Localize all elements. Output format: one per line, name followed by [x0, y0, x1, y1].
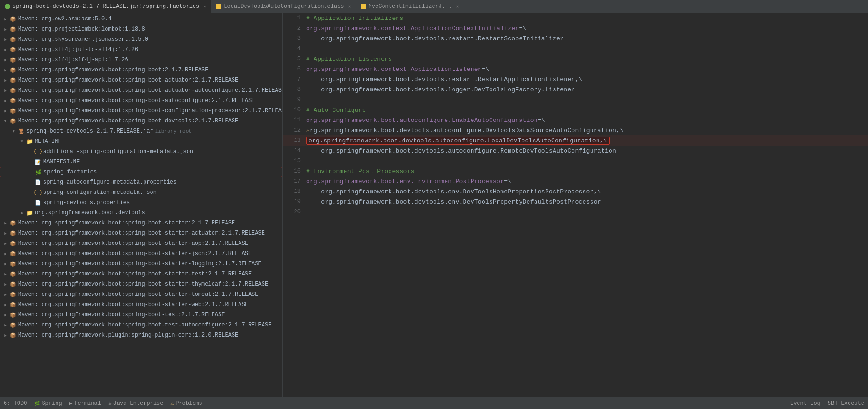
tree-item-27[interactable]: ▶📦Maven: org.springframework.boot:spring… — [0, 289, 282, 300]
tree-label-9: Maven: org.springframework.boot:spring-b… — [18, 108, 283, 114]
tree-arrow-8[interactable]: ▶ — [2, 97, 9, 104]
file-tree[interactable]: ▶📦Maven: org.ow2.asm:asm:5.0.4▶📦Maven: o… — [0, 13, 283, 397]
status-spring[interactable]: 🌿 Spring — [34, 400, 62, 407]
tab-spring-factories[interactable]: spring-boot-devtools-2.1.7.RELEASE.jar!/… — [0, 0, 211, 13]
tree-item-10[interactable]: ▶📦Maven: org.springframework.boot:spring… — [0, 116, 282, 126]
main-area: ▶📦Maven: org.ow2.asm:asm:5.0.4▶📦Maven: o… — [0, 13, 868, 397]
tree-item-6[interactable]: ▶📦Maven: org.springframework.boot:spring… — [0, 75, 282, 85]
tree-item-9[interactable]: ▶📦Maven: org.springframework.boot:spring… — [0, 106, 282, 116]
tree-arrow-27[interactable]: ▶ — [2, 291, 9, 298]
tree-arrow-20[interactable]: ▶ — [2, 219, 9, 227]
tree-icon-25: 📦 — [9, 270, 17, 278]
tree-arrow-31[interactable]: ▶ — [2, 332, 9, 339]
problems-icon: ⚠ — [171, 400, 174, 406]
tree-item-21[interactable]: ▶📦Maven: org.springframework.boot:spring… — [0, 228, 282, 238]
tree-arrow-11[interactable]: ▶ — [10, 128, 18, 135]
code-line-1: 1# Application Initializers — [283, 13, 868, 23]
tree-suffix-11: library root — [155, 128, 192, 134]
line-number-3: 3 — [283, 35, 306, 42]
tree-arrow-24[interactable]: ▶ — [2, 260, 9, 268]
status-event-log[interactable]: Event Log — [790, 400, 820, 407]
tree-arrow-25[interactable]: ▶ — [2, 270, 9, 278]
tree-icon-28: 📦 — [9, 301, 17, 308]
tree-item-16[interactable]: ▶📄spring-autoconfigure-metadata.properti… — [0, 177, 282, 187]
line-content-7: org.springframework.boot.devtools.restar… — [306, 76, 868, 83]
tree-item-26[interactable]: ▶📦Maven: org.springframework.boot:spring… — [0, 279, 282, 289]
tree-arrow-23[interactable]: ▶ — [2, 250, 9, 257]
tree-item-14[interactable]: ▶📝MANIFEST.MF — [0, 157, 282, 167]
tab-close-spring-factories[interactable]: ✕ — [203, 4, 206, 9]
tree-item-4[interactable]: ▶📦Maven: org.slf4j:slf4j-api:1.7.26 — [0, 55, 282, 65]
tree-icon-6: 📦 — [9, 77, 17, 84]
status-java-enterprise[interactable]: ☕ Java Enterprise — [108, 400, 164, 407]
line-content-3: org.springframework.boot.devtools.restar… — [306, 35, 868, 42]
tree-item-24[interactable]: ▶📦Maven: org.springframework.boot:spring… — [0, 259, 282, 269]
status-problems[interactable]: ⚠ Problems — [171, 400, 202, 407]
tree-label-5: Maven: org.springframework.boot:spring-b… — [18, 67, 208, 73]
code-editor[interactable]: 1# Application Initializers2org.springfr… — [283, 13, 868, 397]
tree-label-16: spring-autoconfigure-metadata.properties — [43, 179, 176, 185]
line-number-13: 13 — [283, 137, 306, 144]
tree-item-7[interactable]: ▶📦Maven: org.springframework.boot:spring… — [0, 85, 282, 96]
line-number-2: 2 — [283, 25, 306, 32]
tree-label-25: Maven: org.springframework.boot:spring-b… — [18, 271, 252, 277]
tree-item-12[interactable]: ▶📁META-INF — [0, 136, 282, 147]
tab-close-local[interactable]: ✕ — [348, 4, 351, 9]
tree-arrow-2[interactable]: ▶ — [2, 36, 9, 43]
tree-arrow-1[interactable]: ▶ — [2, 26, 9, 33]
tree-item-11[interactable]: ▶🗜spring-boot-devtools-2.1.7.RELEASE.jar… — [0, 126, 282, 136]
tree-arrow-12[interactable]: ▶ — [19, 138, 26, 145]
status-terminal[interactable]: ▶ Terminal — [69, 400, 101, 407]
tree-item-20[interactable]: ▶📦Maven: org.springframework.boot:spring… — [0, 218, 282, 228]
tree-item-25[interactable]: ▶📦Maven: org.springframework.boot:spring… — [0, 269, 282, 279]
tab-close-mvc[interactable]: ✕ — [456, 4, 459, 9]
code-line-9: 9 — [283, 95, 868, 105]
line-number-10: 10 — [283, 107, 306, 113]
tree-arrow-4[interactable]: ▶ — [2, 56, 9, 64]
tree-item-29[interactable]: ▶📦Maven: org.springframework.boot:spring… — [0, 310, 282, 320]
tree-item-0[interactable]: ▶📦Maven: org.ow2.asm:asm:5.0.4 — [0, 14, 282, 24]
line-content-8: org.springframework.boot.devtools.logger… — [306, 86, 868, 93]
code-line-18: 18 org.springframework.boot.devtools.env… — [283, 186, 868, 197]
tree-label-29: Maven: org.springframework.boot:spring-b… — [18, 312, 225, 318]
tree-arrow-7[interactable]: ▶ — [2, 87, 9, 94]
tree-arrow-5[interactable]: ▶ — [2, 66, 9, 74]
tree-item-17[interactable]: ▶{ }spring-configuration-metadata.json — [0, 187, 282, 198]
code-line-2: 2org.springframework.context.Application… — [283, 23, 868, 33]
tree-arrow-19[interactable]: ▶ — [19, 209, 26, 217]
tab-local-dev-tools[interactable]: LocalDevToolsAutoConfiguration.class ✕ — [211, 0, 356, 13]
tree-arrow-3[interactable]: ▶ — [2, 46, 9, 53]
tree-arrow-10[interactable]: ▶ — [2, 117, 9, 125]
tree-arrow-28[interactable]: ▶ — [2, 301, 9, 308]
tree-arrow-21[interactable]: ▶ — [2, 230, 9, 237]
tree-icon-23: 📦 — [9, 250, 17, 257]
tree-item-1[interactable]: ▶📦Maven: org.projectlombok:lombok:1.18.8 — [0, 24, 282, 34]
status-sbt-execute[interactable]: SBT Execute — [828, 400, 864, 407]
tree-item-15[interactable]: ▶🌿spring.factories — [0, 167, 282, 177]
tree-arrow-29[interactable]: ▶ — [2, 311, 9, 319]
tree-arrow-0[interactable]: ▶ — [2, 15, 9, 23]
tree-item-18[interactable]: ▶📄spring-devtools.properties — [0, 198, 282, 208]
tab-mvc-content[interactable]: MvcContentInitializerJ... ✕ — [356, 0, 464, 13]
tree-item-31[interactable]: ▶📦Maven: org.springframework.plugin:spri… — [0, 330, 282, 340]
tree-item-13[interactable]: ▶{ }additional-spring-configuration-meta… — [0, 147, 282, 157]
tree-arrow-9[interactable]: ▶ — [2, 107, 9, 115]
tree-item-22[interactable]: ▶📦Maven: org.springframework.boot:spring… — [0, 238, 282, 249]
tree-arrow-6[interactable]: ▶ — [2, 77, 9, 84]
tree-item-8[interactable]: ▶📦Maven: org.springframework.boot:spring… — [0, 96, 282, 106]
code-line-20: 20 — [283, 207, 868, 217]
tree-item-19[interactable]: ▶📁org.springframework.boot.devtools — [0, 208, 282, 218]
tree-arrow-26[interactable]: ▶ — [2, 281, 9, 288]
tree-icon-20: 📦 — [9, 219, 17, 227]
tree-item-30[interactable]: ▶📦Maven: org.springframework.boot:spring… — [0, 320, 282, 330]
status-todo[interactable]: 6: TODO — [4, 400, 27, 407]
tree-arrow-22[interactable]: ▶ — [2, 240, 9, 247]
tree-item-5[interactable]: ▶📦Maven: org.springframework.boot:spring… — [0, 65, 282, 75]
tree-label-3: Maven: org.slf4j:jul-to-slf4j:1.7.26 — [18, 46, 138, 53]
tree-item-3[interactable]: ▶📦Maven: org.slf4j:jul-to-slf4j:1.7.26 — [0, 45, 282, 55]
tree-item-23[interactable]: ▶📦Maven: org.springframework.boot:spring… — [0, 249, 282, 259]
tree-item-28[interactable]: ▶📦Maven: org.springframework.boot:spring… — [0, 300, 282, 310]
tree-arrow-30[interactable]: ▶ — [2, 321, 9, 329]
tree-item-2[interactable]: ▶📦Maven: org.skyscreamer:jsonassert:1.5.… — [0, 34, 282, 45]
line-number-9: 9 — [283, 96, 306, 103]
